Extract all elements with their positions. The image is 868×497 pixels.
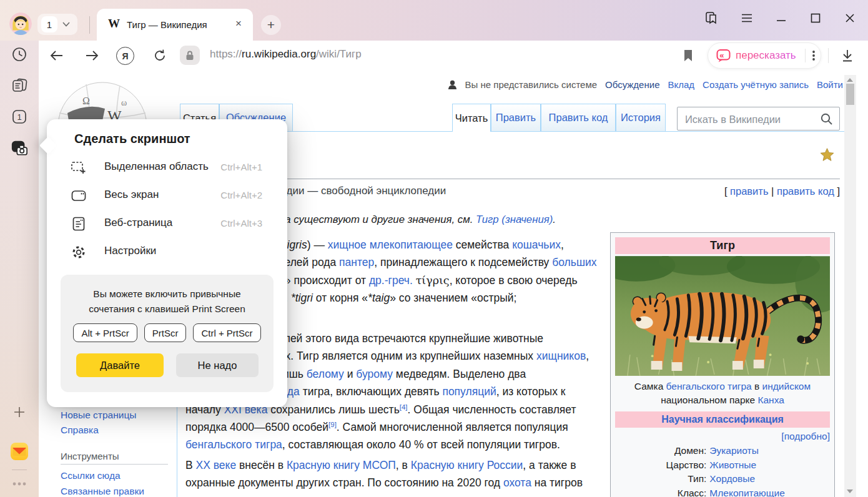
back-button[interactable] xyxy=(49,47,65,64)
tab-close-icon[interactable]: × xyxy=(235,17,242,30)
key-ctrl-prtscr: Ctrl + PrtScr xyxy=(193,323,260,342)
menu-item-settings[interactable]: Настройки xyxy=(47,238,287,266)
wiki-link[interactable]: индийском xyxy=(762,381,811,391)
scroll-down-arrow[interactable] xyxy=(847,490,853,493)
page-tab-history[interactable]: История xyxy=(616,104,666,131)
download-icon[interactable] xyxy=(838,46,857,65)
titlebar-divider xyxy=(89,16,90,34)
scroll-up-arrow[interactable] xyxy=(847,78,853,82)
sidebar-item-help[interactable]: Справка xyxy=(61,425,99,436)
tiger-photo[interactable] xyxy=(615,256,830,376)
page-tab-edit-source[interactable]: Править код xyxy=(541,104,616,131)
accept-button[interactable]: Давайте xyxy=(76,353,164,377)
lock-icon[interactable] xyxy=(180,46,200,65)
text-segment: Самка xyxy=(634,381,666,391)
sidebar-section-tools: Инструменты xyxy=(61,451,119,461)
svg-text:«: « xyxy=(719,50,724,59)
screenshot-popup: Сделать скриншот Выделенная область Ctrl… xyxy=(47,119,287,407)
reference-link[interactable]: [9] xyxy=(328,421,337,428)
page-tab-edit[interactable]: Править xyxy=(491,104,541,131)
decline-button[interactable]: Не надо xyxy=(176,353,259,377)
add-panel-icon[interactable] xyxy=(11,403,28,421)
close-icon[interactable] xyxy=(842,11,858,26)
quote-bubble-icon: « xyxy=(716,49,731,63)
settings-gear-icon xyxy=(71,244,87,260)
wiki-link[interactable]: бенгальского тигра xyxy=(666,381,752,391)
notes-icon[interactable] xyxy=(11,77,28,94)
wiki-link[interactable]: популяций xyxy=(442,385,496,398)
screenshot-tool-icon[interactable] xyxy=(11,139,28,157)
text-segment: , из которых к xyxy=(496,385,566,398)
wiki-link[interactable]: млекопитающее xyxy=(370,239,453,251)
wiki-link[interactable]: бенгальского тигра xyxy=(185,438,282,451)
text-segment: медведям. Выделено два xyxy=(393,368,526,380)
wiki-link[interactable]: пантер xyxy=(339,256,374,268)
sidebar-rule xyxy=(61,464,168,465)
tab-counter[interactable]: 1 xyxy=(37,14,77,35)
taxobox-title: Тигр xyxy=(615,237,830,254)
taxon-value[interactable]: Млекопитающие xyxy=(709,488,830,497)
personal-link-contributions[interactable]: Вклад xyxy=(668,79,694,90)
menu-item-web-page[interactable]: Веб-страница Ctrl+Alt+3 xyxy=(47,210,287,238)
retell-button[interactable]: « пересказать xyxy=(708,42,821,69)
wiki-link[interactable]: хищное xyxy=(328,239,367,251)
wiki-link[interactable]: хищников xyxy=(536,350,586,362)
text-segment: ] xyxy=(834,185,840,197)
scrollbar-thumb[interactable] xyxy=(846,84,854,105)
menu-item-full-screen[interactable]: Весь экран Ctrl+Alt+2 xyxy=(47,182,287,210)
retell-label: пересказать xyxy=(736,49,796,62)
wiki-link[interactable]: Красную книгу России xyxy=(411,459,523,471)
history-clock-icon[interactable] xyxy=(11,46,28,63)
wiki-link[interactable]: править xyxy=(730,185,768,197)
forward-button[interactable] xyxy=(84,47,100,64)
search-icon[interactable] xyxy=(820,112,834,126)
wiki-search-input[interactable] xyxy=(684,108,817,130)
wiki-link[interactable]: править код xyxy=(777,185,834,197)
taxon-value[interactable]: Животные xyxy=(709,460,830,471)
wiki-link[interactable]: охота xyxy=(503,476,531,489)
classification-detail-link[interactable]: [подробно] xyxy=(615,431,830,442)
user-avatar[interactable] xyxy=(9,12,32,35)
personal-link-create-account[interactable]: Создать учётную запись xyxy=(703,79,809,90)
browser-tab[interactable]: W Тигр — Википедия × xyxy=(97,9,253,41)
wiki-link[interactable]: Канха xyxy=(757,395,784,405)
page-tab-read[interactable]: Читать xyxy=(452,104,491,132)
new-tab-button[interactable]: + xyxy=(261,15,281,35)
wiki-search-box[interactable] xyxy=(677,107,840,130)
wiki-link[interactable]: больших xyxy=(552,256,596,268)
yandex-mail-icon[interactable] xyxy=(11,443,28,460)
reload-button[interactable] xyxy=(152,47,168,64)
text-segment: . Самой многочисленной является популяци… xyxy=(337,421,568,433)
sidebar-item-related-changes[interactable]: Связанные правки xyxy=(61,486,144,497)
wiki-link[interactable]: XX веке xyxy=(196,459,237,471)
panels-icon[interactable] xyxy=(703,11,719,26)
wiki-link[interactable]: бурому xyxy=(356,368,393,380)
wiki-link[interactable]: кошачьих xyxy=(512,239,561,251)
wiki-link[interactable]: др.-греч. xyxy=(369,274,413,287)
featured-star-icon[interactable] xyxy=(819,147,835,163)
address-bar[interactable]: https://ru.wikipedia.org/wiki/Тигр xyxy=(210,48,362,61)
yandex-search-icon[interactable]: Я xyxy=(116,47,134,65)
more-options-icon[interactable] xyxy=(11,475,28,493)
minimize-icon[interactable] xyxy=(773,11,789,26)
tabs-panel-icon[interactable]: 1 xyxy=(11,108,28,125)
wiki-link[interactable]: Тигр (значения) xyxy=(476,214,553,225)
text-segment: [ xyxy=(724,185,730,197)
kebab-menu-icon[interactable] xyxy=(812,49,816,62)
taxon-value[interactable]: Эукариоты xyxy=(709,445,830,456)
menu-item-selected-area[interactable]: Выделенная область Ctrl+Alt+1 xyxy=(47,154,287,182)
personal-link-login[interactable]: Войти xyxy=(817,79,843,90)
text-segment: национальном парке xyxy=(661,395,757,405)
classification-header[interactable]: Научная классификация xyxy=(615,411,830,428)
reference-link[interactable]: [4] xyxy=(400,403,408,411)
sidebar-item-new-pages[interactable]: Новые страницы xyxy=(61,410,136,421)
sidebar-item-what-links-here[interactable]: Ссылки сюда xyxy=(61,470,121,481)
wiki-link[interactable]: Красную книгу МСОП xyxy=(287,459,396,471)
bookmark-icon[interactable] xyxy=(681,47,696,64)
menu-icon[interactable] xyxy=(739,11,755,26)
wiki-link[interactable]: белому xyxy=(307,368,344,380)
maximize-icon[interactable] xyxy=(807,11,824,26)
page-scrollbar[interactable] xyxy=(844,75,856,497)
personal-link-discussion[interactable]: Обсуждение xyxy=(605,79,659,90)
taxon-value[interactable]: Хордовые xyxy=(709,473,830,485)
